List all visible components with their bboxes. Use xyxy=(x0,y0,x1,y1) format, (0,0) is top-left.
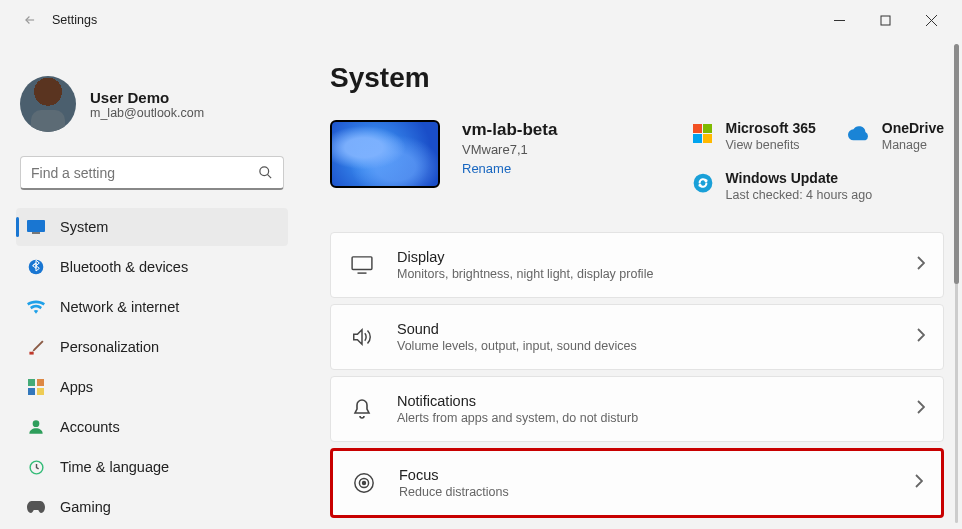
speaker-icon xyxy=(349,324,375,350)
svg-point-4 xyxy=(260,167,269,176)
page-title: System xyxy=(330,62,944,94)
back-button[interactable] xyxy=(16,6,44,34)
clock-globe-icon xyxy=(26,457,46,477)
sidebar-item-label: Apps xyxy=(60,379,93,395)
sidebar-item-label: System xyxy=(60,219,108,235)
window-title: Settings xyxy=(52,13,97,27)
focus-icon xyxy=(351,470,377,496)
svg-rect-11 xyxy=(37,379,44,386)
svg-line-5 xyxy=(267,174,271,178)
user-email: m_lab@outlook.com xyxy=(90,106,204,120)
search-icon xyxy=(258,165,273,180)
status-m365[interactable]: Microsoft 365View benefits xyxy=(692,120,816,152)
chevron-right-icon xyxy=(914,474,923,492)
gamepad-icon xyxy=(26,497,46,517)
svg-rect-6 xyxy=(27,220,45,232)
monitor-icon xyxy=(349,252,375,278)
chevron-right-icon xyxy=(916,256,925,274)
sidebar-item-label: Bluetooth & devices xyxy=(60,259,188,275)
bluetooth-icon xyxy=(26,257,46,277)
card-display[interactable]: DisplayMonitors, brightness, night light… xyxy=(330,232,944,298)
system-icon xyxy=(26,217,46,237)
card-focus[interactable]: FocusReduce distractions xyxy=(330,448,944,518)
bell-icon xyxy=(349,396,375,422)
brush-icon xyxy=(26,337,46,357)
svg-point-21 xyxy=(363,482,366,485)
device-model: VMware7,1 xyxy=(462,142,557,157)
sidebar-item-system[interactable]: System xyxy=(16,208,288,246)
user-block[interactable]: User Demo m_lab@outlook.com xyxy=(20,76,284,132)
sidebar-item-label: Network & internet xyxy=(60,299,179,315)
sidebar-item-label: Time & language xyxy=(60,459,169,475)
minimize-button[interactable] xyxy=(816,4,862,36)
chevron-right-icon xyxy=(916,400,925,418)
svg-point-16 xyxy=(694,175,711,192)
svg-rect-7 xyxy=(32,232,40,234)
sidebar-item-time[interactable]: Time & language xyxy=(16,448,288,486)
sidebar-item-label: Accounts xyxy=(60,419,120,435)
scrollbar-thumb[interactable] xyxy=(954,44,959,284)
sidebar-item-network[interactable]: Network & internet xyxy=(16,288,288,326)
sidebar-item-apps[interactable]: Apps xyxy=(16,368,288,406)
titlebar: Settings xyxy=(0,0,962,40)
rename-link[interactable]: Rename xyxy=(462,161,511,176)
user-name: User Demo xyxy=(90,89,204,106)
close-button[interactable] xyxy=(908,4,954,36)
chevron-right-icon xyxy=(916,328,925,346)
window-controls xyxy=(816,4,954,36)
search-input[interactable] xyxy=(31,165,258,181)
svg-rect-13 xyxy=(37,388,44,395)
sidebar: User Demo m_lab@outlook.com System Bluet… xyxy=(0,40,300,529)
device-name: vm-lab-beta xyxy=(462,120,557,140)
svg-rect-17 xyxy=(352,257,372,270)
sidebar-item-gaming[interactable]: Gaming xyxy=(16,488,288,526)
nav: System Bluetooth & devices Network & int… xyxy=(16,208,288,526)
card-notifications[interactable]: NotificationsAlerts from apps and system… xyxy=(330,376,944,442)
person-icon xyxy=(26,417,46,437)
settings-cards: DisplayMonitors, brightness, night light… xyxy=(330,232,944,518)
svg-rect-10 xyxy=(28,379,35,386)
status-update[interactable]: Windows UpdateLast checked: 4 hours ago xyxy=(692,170,945,202)
svg-rect-12 xyxy=(28,388,35,395)
sidebar-item-accounts[interactable]: Accounts xyxy=(16,408,288,446)
search-box[interactable] xyxy=(20,156,284,190)
avatar xyxy=(20,76,76,132)
apps-icon xyxy=(26,377,46,397)
main-content: System vm-lab-beta VMware7,1 Rename Micr… xyxy=(300,40,962,529)
microsoft-logo-icon xyxy=(692,122,714,144)
sidebar-item-bluetooth[interactable]: Bluetooth & devices xyxy=(16,248,288,286)
desktop-thumbnail[interactable] xyxy=(330,120,440,188)
svg-rect-9 xyxy=(29,351,33,354)
status-onedrive[interactable]: OneDriveManage xyxy=(848,120,944,152)
sidebar-item-personalization[interactable]: Personalization xyxy=(16,328,288,366)
cloud-icon xyxy=(848,122,870,144)
sync-icon xyxy=(692,172,714,194)
card-sound[interactable]: SoundVolume levels, output, input, sound… xyxy=(330,304,944,370)
svg-point-14 xyxy=(33,420,40,427)
device-hero: vm-lab-beta VMware7,1 Rename Microsoft 3… xyxy=(330,120,944,202)
sidebar-item-label: Personalization xyxy=(60,339,159,355)
sidebar-item-label: Gaming xyxy=(60,499,111,515)
maximize-button[interactable] xyxy=(862,4,908,36)
wifi-icon xyxy=(26,297,46,317)
svg-rect-1 xyxy=(881,16,890,25)
